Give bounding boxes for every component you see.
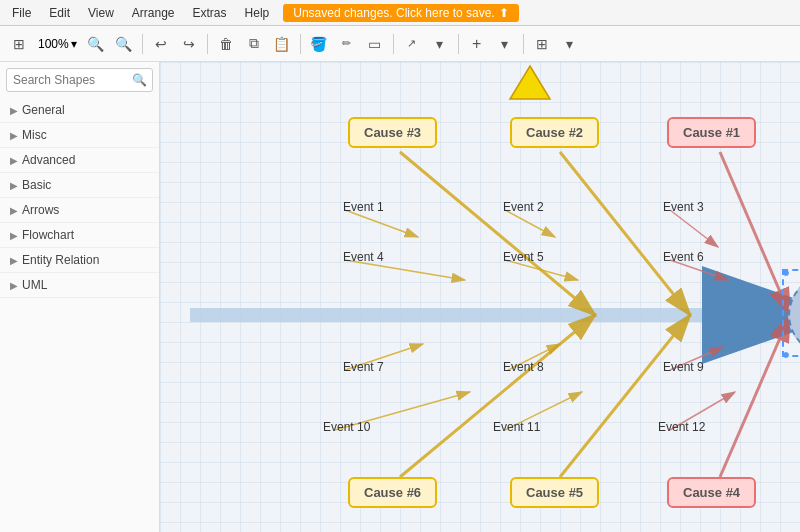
- svg-line-10: [345, 210, 418, 237]
- svg-line-9: [720, 315, 790, 477]
- zoom-dropdown-icon[interactable]: ▾: [71, 37, 77, 51]
- more-btn[interactable]: ▾: [427, 31, 453, 57]
- sidebar-label-entity: Entity Relation: [22, 253, 99, 267]
- cause-5-box[interactable]: Cause #5: [510, 477, 599, 508]
- fill-btn[interactable]: 🪣: [306, 31, 332, 57]
- event-10-label: Event 10: [323, 420, 370, 434]
- sidebar-label-misc: Misc: [22, 128, 47, 142]
- canvas-area[interactable]: Cause #3 Cause #2 Cause #1 Cause #6 Caus…: [160, 62, 800, 532]
- sidebar-item-entity-relation[interactable]: ▶ Entity Relation: [0, 248, 159, 273]
- handle-bl[interactable]: [782, 351, 790, 359]
- main-layout: 🔍 ▶ General ▶ Misc ▶ Advanced ▶ Basic ▶ …: [0, 62, 800, 532]
- sidebar-label-arrows: Arrows: [22, 203, 59, 217]
- menu-arrange[interactable]: Arrange: [124, 4, 183, 22]
- cause-2-box[interactable]: Cause #2: [510, 117, 599, 148]
- event-1-label: Event 1: [343, 200, 384, 214]
- svg-line-14: [670, 210, 718, 247]
- expand-icon: ▶: [10, 105, 18, 116]
- cause-4-box[interactable]: Cause #4: [667, 477, 756, 508]
- save-notice[interactable]: Unsaved changes. Click here to save. ⬆: [283, 4, 518, 22]
- event-12-label: Event 12: [658, 420, 705, 434]
- sidebar: 🔍 ▶ General ▶ Misc ▶ Advanced ▶ Basic ▶ …: [0, 62, 160, 532]
- search-icon: 🔍: [132, 73, 147, 87]
- sidebar-item-misc[interactable]: ▶ Misc: [0, 123, 159, 148]
- paste-btn[interactable]: 📋: [269, 31, 295, 57]
- page-btn[interactable]: ⊞: [6, 31, 32, 57]
- sidebar-item-basic[interactable]: ▶ Basic: [0, 173, 159, 198]
- save-icon: ⬆: [499, 6, 509, 20]
- toolbar: ⊞ 100% ▾ 🔍 🔍 ↩ ↪ 🗑 ⧉ 📋 🪣 ✏ ▭ ↗ ▾ + ▾ ⊞ ▾: [0, 26, 800, 62]
- sidebar-item-uml[interactable]: ▶ UML: [0, 273, 159, 298]
- search-input[interactable]: [6, 68, 153, 92]
- svg-line-12: [505, 210, 555, 237]
- event-11-label: Event 11: [493, 420, 540, 434]
- zoom-out-btn[interactable]: 🔍: [111, 31, 137, 57]
- sidebar-label-uml: UML: [22, 278, 47, 292]
- sidebar-item-arrows[interactable]: ▶ Arrows: [0, 198, 159, 223]
- sidebar-label-flowchart: Flowchart: [22, 228, 74, 242]
- event-5-label: Event 5: [503, 250, 544, 264]
- svg-line-7: [560, 315, 690, 477]
- event-6-label: Event 6: [663, 250, 704, 264]
- redo-btn[interactable]: ↪: [176, 31, 202, 57]
- menu-help[interactable]: Help: [237, 4, 278, 22]
- save-indicator: [500, 64, 560, 111]
- cause-3-box[interactable]: Cause #3: [348, 117, 437, 148]
- waypoint-btn[interactable]: ↗: [399, 31, 425, 57]
- undo-btn[interactable]: ↩: [148, 31, 174, 57]
- expand-icon-basic: ▶: [10, 180, 18, 191]
- event-9-label: Event 9: [663, 360, 704, 374]
- event-2-label: Event 2: [503, 200, 544, 214]
- sep5: [458, 34, 459, 54]
- delete-btn[interactable]: 🗑: [213, 31, 239, 57]
- zoom-in-btn[interactable]: 🔍: [83, 31, 109, 57]
- sep1: [142, 34, 143, 54]
- expand-icon-arrows: ▶: [10, 205, 18, 216]
- insert-dropdown[interactable]: ▾: [492, 31, 518, 57]
- menu-file[interactable]: File: [4, 4, 39, 22]
- menu-view[interactable]: View: [80, 4, 122, 22]
- svg-marker-22: [510, 66, 550, 99]
- sidebar-label-advanced: Advanced: [22, 153, 75, 167]
- cause-6-box[interactable]: Cause #6: [348, 477, 437, 508]
- sidebar-item-advanced[interactable]: ▶ Advanced: [0, 148, 159, 173]
- sep6: [523, 34, 524, 54]
- main-problem-circle[interactable]: Main Problem: [788, 275, 800, 355]
- sidebar-label-basic: Basic: [22, 178, 51, 192]
- menu-bar: File Edit View Arrange Extras Help Unsav…: [0, 0, 800, 26]
- expand-icon-entity: ▶: [10, 255, 18, 266]
- table-dropdown[interactable]: ▾: [557, 31, 583, 57]
- handle-tl[interactable]: [782, 269, 790, 277]
- sidebar-item-flowchart[interactable]: ▶ Flowchart: [0, 223, 159, 248]
- zoom-level: 100%: [38, 37, 69, 51]
- search-box: 🔍: [6, 68, 153, 92]
- expand-icon-uml: ▶: [10, 280, 18, 291]
- sidebar-item-general[interactable]: ▶ General: [0, 98, 159, 123]
- shape-btn[interactable]: ▭: [362, 31, 388, 57]
- save-notice-text: Unsaved changes. Click here to save.: [293, 6, 494, 20]
- sidebar-label-general: General: [22, 103, 65, 117]
- expand-icon-advanced: ▶: [10, 155, 18, 166]
- zoom-control[interactable]: 100% ▾: [34, 37, 81, 51]
- svg-line-5: [400, 315, 595, 477]
- expand-icon-misc: ▶: [10, 130, 18, 141]
- event-4-label: Event 4: [343, 250, 384, 264]
- event-7-label: Event 7: [343, 360, 384, 374]
- table-btn[interactable]: ⊞: [529, 31, 555, 57]
- menu-edit[interactable]: Edit: [41, 4, 78, 22]
- svg-line-8: [720, 152, 790, 315]
- line-btn[interactable]: ✏: [334, 31, 360, 57]
- event-8-label: Event 8: [503, 360, 544, 374]
- sep4: [393, 34, 394, 54]
- event-3-label: Event 3: [663, 200, 704, 214]
- copy-btn[interactable]: ⧉: [241, 31, 267, 57]
- sep3: [300, 34, 301, 54]
- cause-1-box[interactable]: Cause #1: [667, 117, 756, 148]
- expand-icon-flowchart: ▶: [10, 230, 18, 241]
- svg-line-6: [560, 152, 690, 315]
- menu-extras[interactable]: Extras: [185, 4, 235, 22]
- sep2: [207, 34, 208, 54]
- insert-btn[interactable]: +: [464, 31, 490, 57]
- svg-line-4: [400, 152, 595, 315]
